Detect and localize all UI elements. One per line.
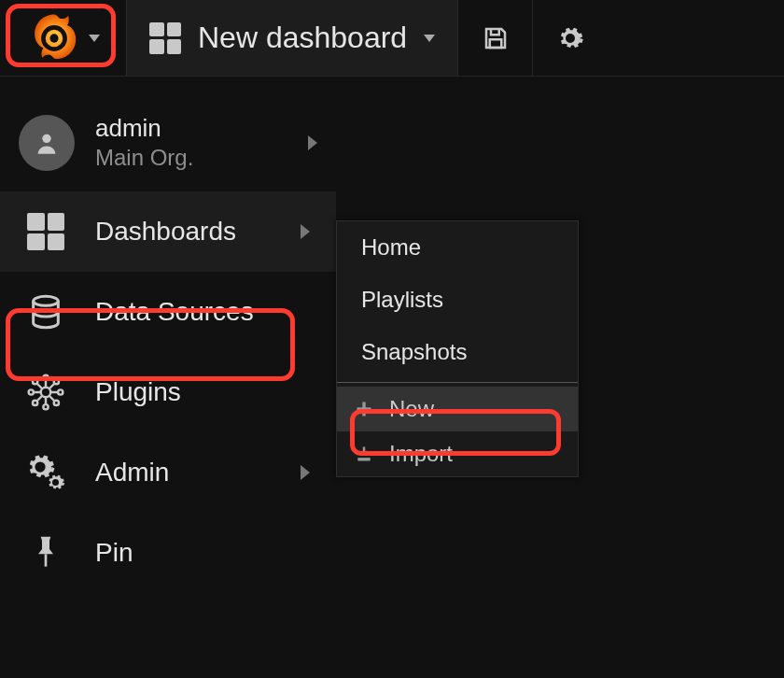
svg-line-20 (49, 384, 54, 388)
menu-label: Admin (95, 458, 271, 487)
submenu-label: Snapshots (361, 339, 467, 365)
dashboards-submenu: Home Playlists Snapshots New Import (336, 220, 579, 477)
gears-icon (19, 453, 73, 492)
save-icon (482, 24, 510, 52)
user-profile[interactable]: admin Main Org. (0, 105, 336, 191)
dashboard-title: New dashboard (198, 21, 407, 55)
svg-point-11 (54, 379, 59, 384)
avatar (19, 115, 75, 171)
chevron-right-icon (301, 224, 310, 239)
chevron-right-icon (301, 465, 310, 480)
grafana-logo-icon (27, 11, 81, 65)
main-menu-panel: admin Main Org. Dashboards Data Sources (0, 77, 336, 593)
submenu-playlists[interactable]: Playlists (337, 274, 578, 326)
submenu-snapshots[interactable]: Snapshots (337, 326, 578, 378)
user-name: admin (95, 114, 287, 143)
menu-label: Data Sources (95, 297, 271, 327)
save-button[interactable] (458, 0, 533, 76)
logo-menu[interactable] (0, 0, 126, 76)
svg-point-10 (33, 379, 37, 384)
caret-down-icon (89, 35, 100, 42)
svg-point-9 (58, 389, 63, 394)
menu-label: Dashboards (95, 217, 271, 247)
menu-label: Plugins (95, 377, 271, 407)
topbar: New dashboard (0, 0, 784, 77)
svg-point-4 (34, 296, 59, 305)
svg-rect-22 (45, 554, 48, 566)
submenu-label: Playlists (361, 287, 443, 313)
chevron-right-icon (308, 135, 317, 150)
svg-rect-2 (489, 39, 501, 48)
gear-icon (556, 24, 584, 52)
submenu-label: Import (389, 441, 453, 467)
svg-point-8 (29, 389, 34, 394)
menu-datasources[interactable]: Data Sources (0, 272, 336, 352)
dashboard-tiles-icon (19, 213, 73, 250)
svg-line-21 (37, 396, 42, 401)
submenu-label: Home (361, 234, 421, 261)
menu-pin[interactable]: Pin (0, 513, 336, 593)
pin-icon (19, 534, 73, 572)
submenu-new[interactable]: New (337, 387, 578, 431)
dashboard-picker[interactable]: New dashboard (126, 0, 458, 76)
svg-point-7 (43, 404, 48, 409)
svg-line-18 (37, 384, 42, 388)
svg-rect-25 (357, 458, 370, 460)
menu-label: Pin (95, 538, 271, 568)
caret-down-icon (424, 35, 435, 42)
divider (337, 382, 578, 383)
settings-button[interactable] (533, 0, 608, 76)
svg-point-1 (49, 34, 58, 42)
svg-point-13 (54, 401, 59, 405)
plugins-icon (19, 373, 73, 412)
submenu-import[interactable]: Import (337, 431, 578, 476)
menu-dashboards[interactable]: Dashboards (0, 191, 336, 272)
svg-point-3 (42, 134, 50, 142)
plus-icon (352, 400, 376, 418)
submenu-label: New (389, 396, 434, 422)
import-icon (352, 445, 376, 463)
menu-admin[interactable]: Admin (0, 432, 336, 513)
menu-plugins[interactable]: Plugins (0, 352, 336, 432)
dashboard-tiles-icon (149, 22, 181, 54)
submenu-home[interactable]: Home (337, 221, 578, 274)
svg-point-12 (33, 401, 37, 405)
database-icon (19, 293, 73, 331)
user-icon (34, 130, 60, 156)
svg-point-6 (43, 375, 48, 380)
user-org: Main Org. (95, 145, 287, 171)
svg-rect-24 (357, 407, 371, 410)
svg-line-19 (49, 396, 54, 401)
